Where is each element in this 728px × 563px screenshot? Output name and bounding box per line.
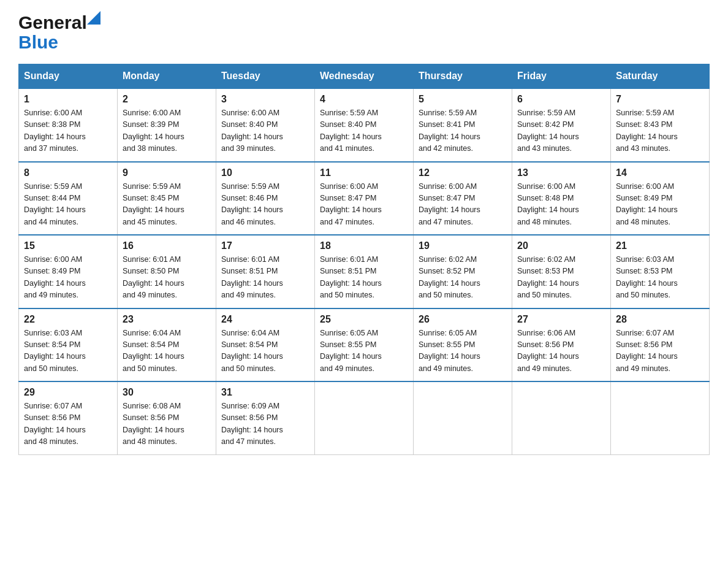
day-info: Sunrise: 6:00 AMSunset: 8:49 PMDaylight:…: [616, 181, 704, 229]
day-number: 11: [320, 167, 408, 178]
day-info: Sunrise: 6:00 AMSunset: 8:47 PMDaylight:…: [320, 181, 408, 229]
calendar-cell: 27 Sunrise: 6:06 AMSunset: 8:56 PMDaylig…: [512, 308, 611, 382]
calendar-cell: 23 Sunrise: 6:04 AMSunset: 8:54 PMDaylig…: [118, 308, 216, 382]
calendar-cell: 19 Sunrise: 6:02 AMSunset: 8:52 PMDaylig…: [414, 235, 512, 308]
svg-marker-0: [87, 11, 100, 25]
day-info: Sunrise: 6:09 AMSunset: 8:56 PMDaylight:…: [221, 400, 309, 448]
header-wednesday: Wednesday: [315, 64, 414, 89]
calendar-cell: 20 Sunrise: 6:02 AMSunset: 8:53 PMDaylig…: [512, 235, 611, 308]
day-number: 18: [320, 240, 408, 251]
day-number: 25: [320, 314, 408, 325]
day-info: Sunrise: 6:00 AMSunset: 8:49 PMDaylight:…: [24, 254, 112, 302]
day-info: Sunrise: 6:05 AMSunset: 8:55 PMDaylight:…: [419, 327, 507, 375]
calendar-cell: 31 Sunrise: 6:09 AMSunset: 8:56 PMDaylig…: [216, 381, 315, 454]
day-info: Sunrise: 5:59 AMSunset: 8:41 PMDaylight:…: [419, 107, 507, 155]
day-number: 1: [24, 94, 112, 105]
header-tuesday: Tuesday: [216, 64, 315, 89]
day-info: Sunrise: 6:00 AMSunset: 8:38 PMDaylight:…: [24, 107, 112, 155]
day-info: Sunrise: 6:08 AMSunset: 8:56 PMDaylight:…: [123, 400, 211, 448]
calendar-cell: 9 Sunrise: 5:59 AMSunset: 8:45 PMDayligh…: [118, 162, 216, 236]
day-info: Sunrise: 6:01 AMSunset: 8:50 PMDaylight:…: [123, 254, 211, 302]
calendar-cell: 25 Sunrise: 6:05 AMSunset: 8:55 PMDaylig…: [315, 308, 414, 382]
day-info: Sunrise: 5:59 AMSunset: 8:43 PMDaylight:…: [616, 107, 704, 155]
calendar-cell: 16 Sunrise: 6:01 AMSunset: 8:50 PMDaylig…: [118, 235, 216, 308]
calendar-week-row: 8 Sunrise: 5:59 AMSunset: 8:44 PMDayligh…: [19, 162, 710, 236]
day-info: Sunrise: 5:59 AMSunset: 8:40 PMDaylight:…: [320, 107, 408, 155]
day-number: 7: [616, 94, 704, 105]
day-number: 17: [221, 240, 309, 251]
calendar-table: SundayMondayTuesdayWednesdayThursdayFrid…: [18, 64, 710, 455]
calendar-cell: 11 Sunrise: 6:00 AMSunset: 8:47 PMDaylig…: [315, 162, 414, 236]
calendar-week-row: 1 Sunrise: 6:00 AMSunset: 8:38 PMDayligh…: [19, 88, 710, 162]
page-header: General Blue: [18, 12, 710, 53]
day-info: Sunrise: 5:59 AMSunset: 8:42 PMDaylight:…: [517, 107, 605, 155]
header-thursday: Thursday: [414, 64, 512, 89]
calendar-cell: [414, 381, 512, 454]
calendar-week-row: 22 Sunrise: 6:03 AMSunset: 8:54 PMDaylig…: [19, 308, 710, 382]
calendar-cell: 21 Sunrise: 6:03 AMSunset: 8:53 PMDaylig…: [611, 235, 710, 308]
day-info: Sunrise: 6:07 AMSunset: 8:56 PMDaylight:…: [24, 400, 112, 448]
header-friday: Friday: [512, 64, 611, 89]
day-info: Sunrise: 6:01 AMSunset: 8:51 PMDaylight:…: [221, 254, 309, 302]
day-info: Sunrise: 6:06 AMSunset: 8:56 PMDaylight:…: [517, 327, 605, 375]
calendar-cell: 1 Sunrise: 6:00 AMSunset: 8:38 PMDayligh…: [19, 88, 118, 162]
calendar-cell: 13 Sunrise: 6:00 AMSunset: 8:48 PMDaylig…: [512, 162, 611, 236]
calendar-week-row: 15 Sunrise: 6:00 AMSunset: 8:49 PMDaylig…: [19, 235, 710, 308]
calendar-cell: 7 Sunrise: 5:59 AMSunset: 8:43 PMDayligh…: [611, 88, 710, 162]
day-number: 13: [517, 167, 605, 178]
day-info: Sunrise: 5:59 AMSunset: 8:45 PMDaylight:…: [123, 181, 211, 229]
calendar-cell: 2 Sunrise: 6:00 AMSunset: 8:39 PMDayligh…: [118, 88, 216, 162]
calendar-cell: 6 Sunrise: 5:59 AMSunset: 8:42 PMDayligh…: [512, 88, 611, 162]
calendar-cell: 29 Sunrise: 6:07 AMSunset: 8:56 PMDaylig…: [19, 381, 118, 454]
calendar-cell: 17 Sunrise: 6:01 AMSunset: 8:51 PMDaylig…: [216, 235, 315, 308]
day-number: 26: [419, 314, 507, 325]
calendar-week-row: 29 Sunrise: 6:07 AMSunset: 8:56 PMDaylig…: [19, 381, 710, 454]
day-info: Sunrise: 6:04 AMSunset: 8:54 PMDaylight:…: [221, 327, 309, 375]
day-number: 23: [123, 314, 211, 325]
day-info: Sunrise: 6:07 AMSunset: 8:56 PMDaylight:…: [616, 327, 704, 375]
day-number: 27: [517, 314, 605, 325]
day-number: 16: [123, 240, 211, 251]
day-number: 19: [419, 240, 507, 251]
calendar-cell: 3 Sunrise: 6:00 AMSunset: 8:40 PMDayligh…: [216, 88, 315, 162]
day-info: Sunrise: 5:59 AMSunset: 8:44 PMDaylight:…: [24, 181, 112, 229]
day-number: 22: [24, 314, 112, 325]
day-info: Sunrise: 6:00 AMSunset: 8:40 PMDaylight:…: [221, 107, 309, 155]
day-info: Sunrise: 6:00 AMSunset: 8:39 PMDaylight:…: [123, 107, 211, 155]
day-number: 4: [320, 94, 408, 105]
day-number: 9: [123, 167, 211, 178]
calendar-cell: [611, 381, 710, 454]
day-info: Sunrise: 6:00 AMSunset: 8:48 PMDaylight:…: [517, 181, 605, 229]
calendar-cell: 30 Sunrise: 6:08 AMSunset: 8:56 PMDaylig…: [118, 381, 216, 454]
calendar-cell: 10 Sunrise: 5:59 AMSunset: 8:46 PMDaylig…: [216, 162, 315, 236]
day-info: Sunrise: 6:02 AMSunset: 8:52 PMDaylight:…: [419, 254, 507, 302]
day-number: 12: [419, 167, 507, 178]
day-info: Sunrise: 6:00 AMSunset: 8:47 PMDaylight:…: [419, 181, 507, 229]
day-info: Sunrise: 6:01 AMSunset: 8:51 PMDaylight:…: [320, 254, 408, 302]
day-info: Sunrise: 6:04 AMSunset: 8:54 PMDaylight:…: [123, 327, 211, 375]
day-number: 14: [616, 167, 704, 178]
day-info: Sunrise: 6:03 AMSunset: 8:54 PMDaylight:…: [24, 327, 112, 375]
day-number: 3: [221, 94, 309, 105]
calendar-cell: 14 Sunrise: 6:00 AMSunset: 8:49 PMDaylig…: [611, 162, 710, 236]
day-number: 31: [221, 387, 309, 398]
day-number: 29: [24, 387, 112, 398]
calendar-header-row: SundayMondayTuesdayWednesdayThursdayFrid…: [19, 64, 710, 89]
calendar-cell: 24 Sunrise: 6:04 AMSunset: 8:54 PMDaylig…: [216, 308, 315, 382]
calendar-cell: 22 Sunrise: 6:03 AMSunset: 8:54 PMDaylig…: [19, 308, 118, 382]
calendar-cell: 26 Sunrise: 6:05 AMSunset: 8:55 PMDaylig…: [414, 308, 512, 382]
calendar-cell: [315, 381, 414, 454]
calendar-cell: 12 Sunrise: 6:00 AMSunset: 8:47 PMDaylig…: [414, 162, 512, 236]
day-info: Sunrise: 6:03 AMSunset: 8:53 PMDaylight:…: [616, 254, 704, 302]
calendar-cell: 5 Sunrise: 5:59 AMSunset: 8:41 PMDayligh…: [414, 88, 512, 162]
day-info: Sunrise: 6:05 AMSunset: 8:55 PMDaylight:…: [320, 327, 408, 375]
header-saturday: Saturday: [611, 64, 710, 89]
day-number: 6: [517, 94, 605, 105]
day-number: 30: [123, 387, 211, 398]
header-sunday: Sunday: [19, 64, 118, 89]
day-info: Sunrise: 6:02 AMSunset: 8:53 PMDaylight:…: [517, 254, 605, 302]
calendar-cell: 18 Sunrise: 6:01 AMSunset: 8:51 PMDaylig…: [315, 235, 414, 308]
day-number: 15: [24, 240, 112, 251]
day-number: 24: [221, 314, 309, 325]
calendar-cell: 15 Sunrise: 6:00 AMSunset: 8:49 PMDaylig…: [19, 235, 118, 308]
